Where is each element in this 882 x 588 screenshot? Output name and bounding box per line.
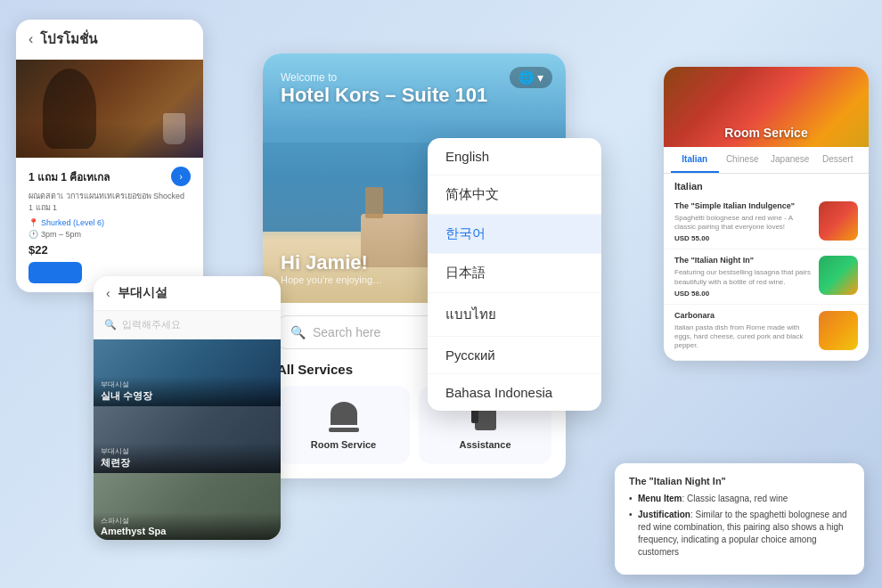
tooltip-item-0: Menu Item: Classic lasagna, red wine <box>629 493 850 505</box>
lang-item-russian[interactable]: Русский <box>428 337 601 374</box>
room-service-hero: Room Service <box>664 67 869 147</box>
hotel-greeting-sub: Hope you're enjoying… <box>281 274 382 285</box>
tooltip-card: The "Italian Night In" Menu Item: Classi… <box>615 463 864 575</box>
menu-desc-2: Italian pasta dish from Rome made with e… <box>674 323 812 351</box>
hotel-welcome-sub: Welcome to <box>281 71 487 84</box>
promo-arrow[interactable]: › <box>171 167 191 186</box>
facility-name-1: 체련장 <box>101 456 274 470</box>
lang-item-indonesian[interactable]: Bahasa Indonesia <box>428 374 601 411</box>
facilities-back-icon[interactable]: ‹ <box>106 286 110 300</box>
facility-name-0: 실내 수영장 <box>101 389 274 403</box>
rs-section-title: Italian <box>664 174 869 195</box>
promo-card: ‹ โปรโมชั่น 1 แถม 1 คือเทเกล › ผณดสดาเ ว… <box>16 20 203 292</box>
lang-item-japanese[interactable]: 日本語 <box>428 254 601 293</box>
facility-name-2: Amethyst Spa <box>101 526 274 536</box>
menu-image-0 <box>819 201 858 241</box>
promo-book-button[interactable] <box>29 262 82 283</box>
facility-label-pool: 부대시설 실내 수영장 <box>94 376 281 406</box>
facility-label-spa: 스파시설 Amethyst Spa <box>94 512 281 540</box>
room-service-title: Room Service <box>724 126 807 140</box>
menu-item-2[interactable]: Carbonara Italian pasta dish from Rome m… <box>664 305 869 361</box>
menu-image-1 <box>819 256 858 295</box>
bell-icon <box>328 400 360 432</box>
menu-desc-0: Spaghetti bolognese and red wine - A cla… <box>674 214 812 233</box>
facilities-search-placeholder: 입력해주세요 <box>122 318 181 331</box>
service-label-room-service: Room Service <box>311 439 376 450</box>
service-item-room-service[interactable]: Room Service <box>277 386 410 464</box>
tab-japanese[interactable]: Japanese <box>766 147 814 173</box>
tooltip-title: The "Italian Night In" <box>629 476 850 486</box>
promo-header: ‹ โปรโมชั่น <box>16 20 203 60</box>
promo-description: ผณดสดาเ วการแผนทเทเครเยอขอพ Shocked 1 แถ… <box>29 191 191 213</box>
facility-item-gym[interactable]: 부대시설 체련장 <box>94 406 281 473</box>
promo-tag-text: 1 แถม 1 คือเทเกล <box>29 168 110 185</box>
promo-time: 3pm – 5pm <box>29 230 191 239</box>
facility-sublabel-0: 부대시설 <box>101 380 274 389</box>
promo-image <box>16 60 203 158</box>
room-service-tabs: Italian Chinese Japanese Dessert <box>664 147 869 174</box>
hotel-search-placeholder: Search here <box>313 325 380 339</box>
menu-price-1: USD 58.00 <box>674 290 812 298</box>
menu-info-0: The "Simple Italian Indulgence" Spaghett… <box>674 201 812 242</box>
facilities-title: 부대시설 <box>118 285 167 301</box>
lang-item-chinese[interactable]: 简体中文 <box>428 176 601 215</box>
facility-item-pool[interactable]: 부대시설 실내 수영장 <box>94 339 281 406</box>
lang-item-english[interactable]: English <box>428 138 601 176</box>
facility-sublabel-2: 스파시설 <box>101 516 274 526</box>
hotel-welcome: Welcome to Hotel Kors – Suite 101 <box>281 71 487 107</box>
tooltip-label-1: Justification <box>638 510 690 519</box>
promo-price: $22 <box>29 243 191 257</box>
tab-italian[interactable]: Italian <box>671 147 719 173</box>
facility-item-spa[interactable]: 스파시설 Amethyst Spa <box>94 473 281 540</box>
facilities-search-icon: 🔍 <box>104 319 117 331</box>
tab-chinese[interactable]: Chinese <box>719 147 767 173</box>
language-dropdown: English 简体中文 한국어 日本語 แบบไทย Русский Baha… <box>428 138 601 411</box>
lang-item-thai[interactable]: แบบไทย <box>428 293 601 337</box>
menu-image-2 <box>819 311 858 350</box>
hotel-greeting: Hi Jamie! Hope you're enjoying… <box>281 251 382 285</box>
facilities-search[interactable]: 🔍 입력해주세요 <box>94 311 281 339</box>
menu-info-1: The "Italian Night In" Featuring our bes… <box>674 256 812 297</box>
room-service-card: Room Service Italian Chinese Japanese De… <box>664 67 869 361</box>
hotel-welcome-title: Hotel Kors – Suite 101 <box>281 84 487 107</box>
facilities-card: ‹ 부대시설 🔍 입력해주세요 부대시설 실내 수영장 부대시설 체련장 스파시… <box>94 276 281 540</box>
promo-body: 1 แถม 1 คือเทเกล › ผณดสดาเ วการแผนทเทเคร… <box>16 158 203 292</box>
service-label-assistance: Assistance <box>459 439 510 450</box>
menu-desc-1: Featuring our bestselling lasagna that p… <box>674 268 812 287</box>
facility-sublabel-1: 부대시설 <box>101 446 274 456</box>
menu-item-0[interactable]: The "Simple Italian Indulgence" Spaghett… <box>664 195 869 249</box>
menu-item-1[interactable]: The "Italian Night In" Featuring our bes… <box>664 249 869 304</box>
menu-name-0: The "Simple Italian Indulgence" <box>674 201 812 212</box>
menu-info-2: Carbonara Italian pasta dish from Rome m… <box>674 311 812 354</box>
tooltip-label-0: Menu Item <box>638 494 682 503</box>
back-icon[interactable]: ‹ <box>29 31 33 47</box>
tooltip-item-1: Justification: Similar to the spaghetti … <box>629 509 850 559</box>
tooltip-value-0: Classic lasagna, red wine <box>687 494 788 503</box>
facilities-header: ‹ 부대시설 <box>94 276 281 311</box>
hotel-search-icon: 🔍 <box>290 325 306 339</box>
tab-dessert[interactable]: Dessert <box>814 147 862 173</box>
promo-tag: 1 แถม 1 คือเทเกล › <box>29 167 191 186</box>
promo-location: Shurked (Level 6) <box>29 218 191 227</box>
menu-name-2: Carbonara <box>674 311 812 322</box>
menu-name-1: The "Italian Night In" <box>674 256 812 266</box>
hotel-globe-button[interactable]: 🌐 ▾ <box>510 67 552 88</box>
lang-item-korean[interactable]: 한국어 <box>428 215 601 254</box>
promo-title: โปรโมชั่น <box>40 29 97 50</box>
menu-price-0: USD 55.00 <box>674 234 812 242</box>
facility-label-gym: 부대시설 체련장 <box>94 443 281 473</box>
hotel-greeting-hi: Hi Jamie! <box>281 251 382 274</box>
